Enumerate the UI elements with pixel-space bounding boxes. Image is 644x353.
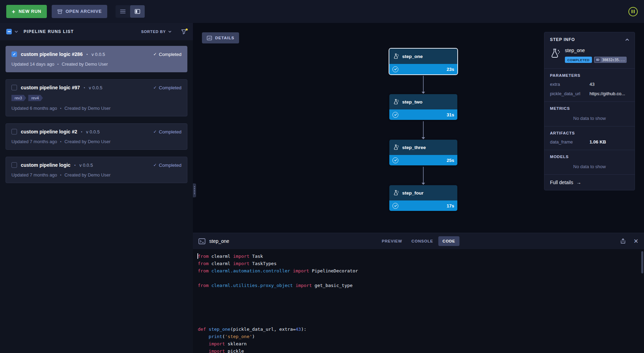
node-duration: 23s: [447, 67, 454, 72]
separator-dot: •: [58, 63, 59, 66]
popout-button[interactable]: [620, 238, 626, 244]
panel-resize-handle[interactable]: [193, 183, 196, 197]
details-button[interactable]: DETAILS: [202, 32, 239, 43]
code-line: import pickle: [198, 347, 644, 353]
dag-edge: [423, 167, 424, 183]
app-root: + NEW RUN OPEN ARCHIVE: [0, 0, 644, 353]
run-updated: Updated 14 days ago: [11, 61, 54, 67]
details-icon: [207, 36, 212, 40]
filter-button[interactable]: [181, 29, 187, 34]
table-view-icon: [120, 9, 126, 14]
models-empty-state: No data to show: [550, 164, 629, 169]
run-checkbox[interactable]: [11, 162, 17, 168]
artifact-label: data_frame: [550, 139, 590, 145]
pipeline-runs-panel: PIPELINE RUNS LIST SORTED BY: [0, 23, 193, 353]
run-version: v 0.0.5: [89, 85, 102, 90]
artifacts-section: ARTIFACTS data_frame 1.06 KB: [544, 126, 635, 150]
run-version: v 0.0.5: [92, 52, 105, 57]
run-checkbox[interactable]: [11, 129, 17, 134]
code-line: [198, 304, 644, 311]
run-created: Created by Demo User: [65, 139, 111, 144]
id-label: ID: [595, 57, 601, 62]
run-title: custom pipeline logic #2: [21, 129, 77, 134]
run-checkbox[interactable]: [11, 51, 17, 57]
id-chip[interactable]: ID 30832c35...: [594, 57, 627, 63]
sorted-by-button[interactable]: SORTED BY: [141, 30, 171, 34]
chevron-up-icon[interactable]: [625, 37, 629, 42]
table-view-button[interactable]: [116, 5, 130, 18]
new-run-button[interactable]: + NEW RUN: [6, 5, 47, 18]
check-icon: ✓: [153, 85, 157, 90]
tab-console[interactable]: CONSOLE: [407, 236, 437, 246]
code-scrollbar-thumb[interactable]: [641, 251, 643, 273]
separator-dot: •: [60, 173, 61, 177]
code-panel-title: step_one: [209, 238, 229, 244]
run-updated: Updated 6 months ago: [11, 106, 57, 111]
separator-dot: •: [74, 163, 76, 167]
models-section: MODELS No data to show: [544, 150, 635, 174]
chevron-down-icon[interactable]: [15, 31, 18, 33]
tab-preview[interactable]: PREVIEW: [378, 236, 406, 246]
code-content: from clearml import Taskfrom clearml imp…: [198, 253, 644, 353]
completed-check-icon: [392, 112, 398, 118]
split-view-button[interactable]: [130, 5, 145, 18]
run-created: Created by Demo User: [62, 61, 108, 67]
run-version: v 0.0.5: [79, 163, 93, 168]
node-name: step_four: [402, 190, 424, 196]
completed-check-icon: [392, 203, 398, 209]
run-meta: Updated 14 days ago • Created by Demo Us…: [11, 61, 181, 67]
run-status: ✓ Completed: [153, 129, 181, 134]
pause-indicator-icon[interactable]: [628, 7, 638, 16]
check-icon: ✓: [153, 52, 157, 57]
parameter-value: 43: [590, 82, 629, 87]
details-label: DETAILS: [215, 36, 234, 40]
node-name: step_two: [402, 99, 423, 105]
run-meta: Updated 6 months ago • Created by Demo U…: [11, 106, 181, 111]
node-duration: 31s: [447, 112, 454, 117]
step-info-header: STEP INFO: [544, 32, 635, 46]
artifacts-title: ARTIFACTS: [550, 131, 629, 135]
run-card[interactable]: custom pipeline logic #286 • v 0.0.5 ✓ C…: [6, 46, 187, 72]
run-card[interactable]: custom pipeline logic • v 0.0.5 ✓ Comple…: [6, 157, 187, 183]
runs-list-title: PIPELINE RUNS LIST: [24, 29, 74, 34]
code-panel-actions: ✕: [620, 238, 638, 244]
run-card[interactable]: custom pipeline logic #97 • v 0.0.5 ✓ Co…: [6, 79, 187, 116]
pipeline-node[interactable]: step_four 17s: [389, 185, 457, 211]
artifact-value: 1.06 KB: [590, 139, 629, 145]
run-status-label: Completed: [159, 85, 181, 90]
close-button[interactable]: ✕: [634, 238, 638, 244]
tag[interactable]: rev4: [28, 95, 43, 101]
code-line: [198, 289, 644, 296]
separator-dot: •: [81, 130, 83, 134]
code-line: print('step_one'): [198, 333, 644, 340]
run-status-label: Completed: [159, 163, 181, 168]
step-identity-text: step_one COMPLETED ID 30832c35...: [565, 48, 627, 63]
pipeline-node[interactable]: step_two 31s: [389, 94, 457, 120]
parameter-label: extra: [550, 82, 590, 87]
open-archive-label: OPEN ARCHIVE: [66, 9, 102, 14]
pipeline-node[interactable]: step_three 25s: [389, 140, 457, 165]
node-status-bar: 23s: [389, 64, 457, 74]
node-duration: 25s: [447, 158, 454, 163]
open-archive-button[interactable]: OPEN ARCHIVE: [52, 5, 107, 18]
run-checkbox[interactable]: [11, 85, 17, 90]
code-line: [198, 318, 644, 326]
full-details-link[interactable]: Full details →: [550, 180, 629, 185]
plus-icon: +: [12, 9, 16, 15]
models-title: MODELS: [550, 155, 629, 159]
tab-code[interactable]: CODE: [438, 236, 459, 246]
code-line: from clearml.automation.controller impor…: [198, 267, 644, 274]
pipeline-node[interactable]: step_one 23s: [389, 49, 457, 74]
run-card[interactable]: custom pipeline logic #2 • v 0.0.5 ✓ Com…: [6, 123, 187, 150]
node-status-bar: 25s: [389, 155, 457, 165]
run-card-top: custom pipeline logic #97 • v 0.0.5 ✓ Co…: [11, 85, 181, 90]
tag[interactable]: rev3: [11, 95, 26, 101]
popout-icon: [620, 238, 626, 244]
step-icon: [550, 48, 560, 58]
pipeline-canvas: DETAILS step_one 23s: [193, 23, 644, 233]
code-editor[interactable]: from clearml import Taskfrom clearml imp…: [193, 249, 644, 353]
select-all-checkbox[interactable]: [6, 29, 12, 34]
full-details-label: Full details: [550, 180, 573, 185]
code-line: def step_one(pickle_data_url, extra=43):: [198, 326, 644, 333]
step-badges: COMPLETED ID 30832c35...: [565, 57, 627, 63]
